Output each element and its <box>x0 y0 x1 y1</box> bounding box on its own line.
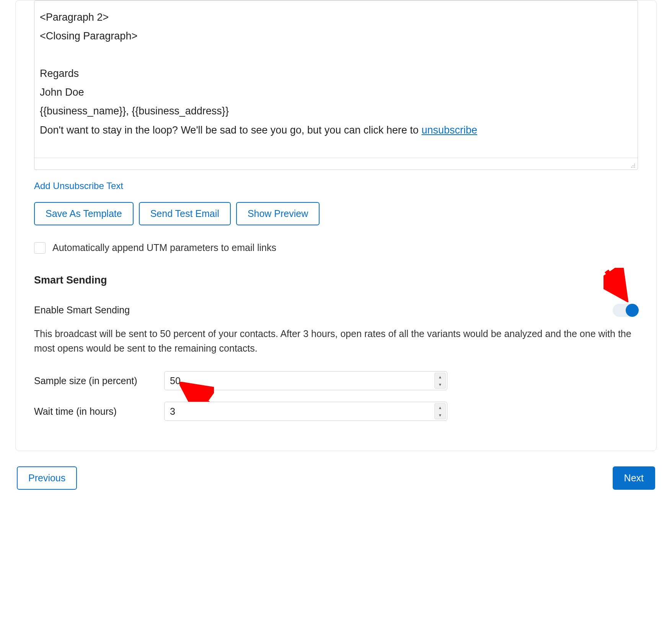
wizard-footer: Previous Next <box>15 466 657 490</box>
chevron-up-icon[interactable]: ▴ <box>435 373 445 381</box>
svg-point-4 <box>633 167 633 168</box>
sample-size-input[interactable] <box>164 371 447 390</box>
next-button[interactable]: Next <box>613 466 655 490</box>
editor-content[interactable]: <Paragraph 2> <Closing Paragraph> Regard… <box>34 1 638 158</box>
utm-checkbox[interactable] <box>34 242 46 254</box>
wait-time-input[interactable] <box>164 402 447 421</box>
wait-time-row: Wait time (in hours) ▴ ▾ <box>34 402 638 421</box>
toggle-knob <box>626 304 639 317</box>
closing-paragraph: <Closing Paragraph> <box>40 29 632 43</box>
chevron-down-icon[interactable]: ▾ <box>435 411 445 419</box>
utm-label: Automatically append UTM parameters to e… <box>52 242 276 253</box>
wait-time-stepper[interactable]: ▴ ▾ <box>434 403 446 419</box>
resize-grip-icon[interactable] <box>630 163 636 169</box>
smart-sending-heading: Smart Sending <box>34 274 638 286</box>
chevron-down-icon[interactable]: ▾ <box>435 381 445 388</box>
unsubscribe-link[interactable]: unsubscribe <box>421 124 477 136</box>
svg-point-1 <box>633 165 633 166</box>
wait-time-label: Wait time (in hours) <box>34 406 164 417</box>
enable-smart-sending-row: Enable Smart Sending <box>34 304 638 317</box>
template-button-row: Save As Template Send Test Email Show Pr… <box>34 202 638 225</box>
sample-size-label: Sample size (in percent) <box>34 375 164 386</box>
save-as-template-button[interactable]: Save As Template <box>34 202 134 225</box>
merge-fields: {{business_name}}, {{business_address}} <box>40 104 632 118</box>
enable-smart-sending-label: Enable Smart Sending <box>34 305 130 316</box>
settings-card: <Paragraph 2> <Closing Paragraph> Regard… <box>15 0 657 451</box>
smart-sending-description: This broadcast will be sent to 50 percen… <box>34 326 638 356</box>
previous-button[interactable]: Previous <box>17 466 77 490</box>
signer-name: John Doe <box>40 86 632 99</box>
svg-point-0 <box>634 164 635 165</box>
add-unsubscribe-text-link[interactable]: Add Unsubscribe Text <box>34 181 123 191</box>
email-body-editor[interactable]: <Paragraph 2> <Closing Paragraph> Regard… <box>34 0 638 170</box>
utm-row: Automatically append UTM parameters to e… <box>34 242 638 254</box>
sample-size-stepper[interactable]: ▴ ▾ <box>434 373 446 389</box>
unsubscribe-line: Don't want to stay in the loop? We'll be… <box>40 124 632 137</box>
enable-smart-sending-toggle[interactable] <box>613 304 638 317</box>
paragraph-2: <Paragraph 2> <box>40 11 632 24</box>
svg-point-5 <box>634 167 635 168</box>
unsubscribe-prefix: Don't want to stay in the loop? We'll be… <box>40 124 421 136</box>
svg-point-3 <box>631 167 632 168</box>
editor-statusbar <box>34 158 638 169</box>
send-test-email-button[interactable]: Send Test Email <box>139 202 231 225</box>
chevron-up-icon[interactable]: ▴ <box>435 404 445 411</box>
regards-line: Regards <box>40 67 632 80</box>
sample-size-row: Sample size (in percent) ▴ ▾ <box>34 371 638 390</box>
show-preview-button[interactable]: Show Preview <box>236 202 320 225</box>
svg-point-2 <box>634 165 635 166</box>
